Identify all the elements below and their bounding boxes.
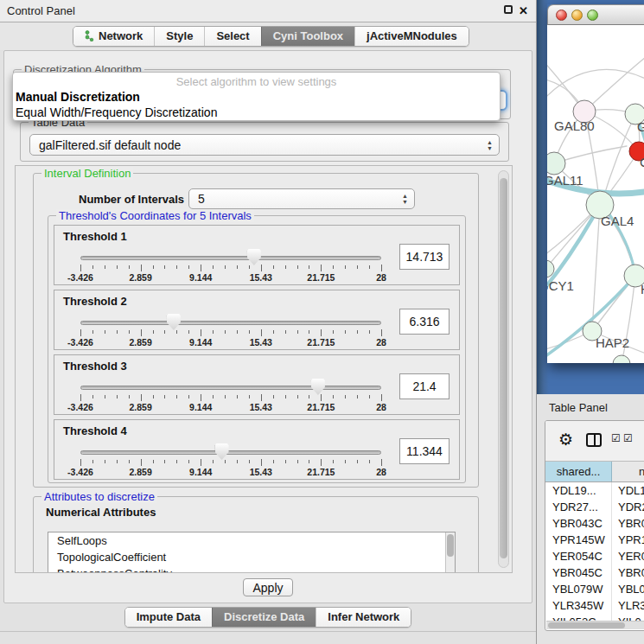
close-traffic-light-icon[interactable] — [556, 10, 567, 21]
attribute-item[interactable]: TopologicalCoefficient — [48, 549, 455, 565]
tab-infer-network[interactable]: Infer Network — [316, 608, 411, 627]
popup-option-manual-discretization[interactable]: Manual Discretization — [13, 89, 500, 105]
svg-text:GA: GA — [637, 119, 644, 134]
svg-text:C: C — [640, 155, 644, 169]
cyni-toolbox-content: Discretization Algorithm Select algorith… — [3, 50, 532, 603]
network-window-titlebar[interactable] — [547, 4, 644, 25]
tick-label: 9.144 — [189, 337, 212, 348]
zoom-traffic-light-icon[interactable] — [587, 10, 598, 21]
svg-text:GAL4: GAL4 — [601, 214, 634, 228]
settings-scroll-pane: Interval Definition Number of Intervals … — [15, 165, 513, 573]
tick-label: 21.715 — [307, 272, 335, 283]
cell-shared-name[interactable]: YBR045C — [545, 564, 612, 581]
column-header-shared-name[interactable]: shared... — [545, 462, 612, 481]
cell-name[interactable]: YDR2 — [612, 499, 644, 515]
table-row[interactable]: YBL079WYBL0 — [545, 581, 644, 597]
tick-label: 28 — [376, 272, 386, 283]
slider-track[interactable] — [80, 450, 381, 455]
tick-label: 15.43 — [250, 272, 272, 283]
network-graph[interactable]: GAL80GACGAL11GAL4GCY1HHAP2 — [547, 25, 644, 363]
cell-shared-name[interactable]: YDR27... — [545, 499, 612, 515]
apply-button[interactable]: Apply — [243, 578, 293, 596]
pane-vertical-scrollbar[interactable] — [498, 170, 509, 568]
table-row[interactable]: YBR045CYBR0 — [545, 564, 644, 581]
threshold-2-value-field[interactable]: 6.316 — [399, 309, 450, 335]
gear-icon[interactable]: ⚙ — [558, 430, 573, 450]
tick-label: -3.426 — [67, 467, 93, 477]
cell-name[interactable]: YBR0 — [612, 564, 644, 581]
close-icon[interactable]: ✕ — [519, 5, 528, 16]
slider-tick-labels: -3.4262.8599.14415.4321.71528 — [80, 467, 381, 477]
control-panel-titlebar: Control Panel ✕ — [0, 0, 536, 22]
tab-cyni-toolbox-label: Cyni Toolbox — [273, 29, 343, 42]
threshold-4-slider[interactable]: -3.4262.8599.14415.4321.71528 — [80, 441, 381, 477]
cell-name[interactable]: YLR3 — [612, 597, 644, 614]
cell-name[interactable]: YDL1 — [612, 482, 644, 499]
svg-text:H: H — [641, 282, 644, 296]
select-all-checkbox-icon[interactable]: ☑ — [611, 432, 621, 444]
threshold-1-slider[interactable]: -3.4262.8599.14415.4321.71528 — [80, 246, 381, 283]
table-row[interactable]: YDR27...YDR2 — [545, 499, 644, 515]
cell-shared-name[interactable]: YDL19... — [545, 482, 612, 499]
cell-shared-name[interactable]: YBL079W — [545, 581, 612, 597]
table-panel: Table Panel ⚙ ☑ ☑ shared... n YDL19...YD… — [537, 394, 644, 644]
table-row[interactable]: YLR345WYLR3 — [545, 597, 644, 614]
float-window-icon[interactable] — [504, 5, 513, 14]
tick-label: 15.43 — [250, 402, 272, 412]
slider-track[interactable] — [80, 321, 381, 325]
column-header-name[interactable]: n — [612, 462, 644, 481]
cell-name[interactable]: YER0 — [612, 548, 644, 564]
node-table: ⚙ ☑ ☑ shared... n YDL19...YDL1YDR27...YD… — [545, 420, 644, 631]
tab-cyni-toolbox[interactable]: Cyni Toolbox — [261, 27, 354, 46]
columns-icon[interactable] — [586, 433, 602, 447]
top-tab-bar: Network Style Select Cyni Toolbox jActiv… — [0, 22, 536, 50]
cell-name[interactable]: YBR0 — [612, 515, 644, 532]
attribute-item[interactable]: SelfLoops — [48, 532, 455, 549]
table-row[interactable]: YPR145WYPR1 — [545, 532, 644, 548]
tab-network[interactable]: Network — [73, 27, 154, 46]
popup-option-equal-width-frequency[interactable]: Equal Width/Frequency Discretization — [13, 105, 500, 120]
threshold-4-value-field[interactable]: 11.344 — [399, 438, 450, 464]
slider-tick-labels: -3.4262.8599.14415.4321.71528 — [80, 402, 381, 412]
slider-ticks — [80, 392, 381, 401]
deselect-all-checkbox-icon[interactable]: ☑ — [623, 432, 633, 444]
slider-ticks — [80, 263, 381, 271]
cell-shared-name[interactable]: YER054C — [545, 548, 612, 564]
table-row[interactable]: YBR043CYBR0 — [545, 515, 644, 532]
tick-label: 2.859 — [129, 467, 151, 477]
cell-shared-name[interactable]: YLR345W — [545, 597, 612, 614]
network-canvas[interactable]: GAL80GACGAL11GAL4GCY1HHAP2 — [547, 25, 644, 363]
table-horizontal-scrollbar[interactable] — [546, 621, 644, 629]
threshold-2-slider[interactable]: -3.4262.8599.14415.4321.71528 — [80, 311, 381, 348]
attributes-group-label: Attributes to discretize — [41, 490, 157, 503]
threshold-3-slider[interactable]: -3.4262.8599.14415.4321.71528 — [80, 376, 381, 412]
cell-shared-name[interactable]: YBR043C — [545, 515, 612, 532]
cell-name[interactable]: YPR1 — [612, 532, 644, 548]
scrollbar-thumb[interactable] — [447, 534, 454, 557]
table-data-combobox[interactable]: galFiltered.sif default node ▲▼ — [29, 134, 500, 156]
minimize-traffic-light-icon[interactable] — [571, 10, 583, 21]
cell-shared-name[interactable]: YPR145W — [545, 532, 612, 548]
table-row[interactable]: YER054CYER0 — [545, 548, 644, 564]
tab-style[interactable]: Style — [154, 27, 204, 46]
tab-jactivemnodules[interactable]: jActiveMNodules — [354, 27, 469, 46]
numerical-attributes-list[interactable]: SelfLoopsTopologicalCoefficientBetweenne… — [48, 532, 456, 573]
tick-label: 9.144 — [189, 272, 212, 283]
tab-select[interactable]: Select — [204, 27, 260, 46]
svg-text:GCY1: GCY1 — [547, 278, 574, 293]
tab-impute-data[interactable]: Impute Data — [125, 608, 212, 627]
tab-discretize-data[interactable]: Discretize Data — [212, 608, 316, 627]
scrollbar-thumb[interactable] — [500, 178, 507, 558]
number-of-intervals-label: Number of Intervals — [79, 193, 184, 206]
number-of-intervals-combobox[interactable]: 5 ▲▼ — [188, 188, 415, 209]
threshold-1-value-field[interactable]: 14.713 — [399, 244, 450, 270]
table-row[interactable]: YDL19...YDL1 — [545, 482, 644, 499]
threshold-3-value-field[interactable]: 21.4 — [399, 373, 450, 399]
scrollbar-thumb[interactable] — [548, 622, 625, 628]
attributes-list-scrollbar[interactable] — [445, 532, 455, 573]
cell-name[interactable]: YBL0 — [612, 581, 644, 597]
slider-track[interactable] — [80, 386, 381, 390]
slider-track[interactable] — [80, 256, 381, 260]
attribute-item[interactable]: BetweennessCentrality — [48, 565, 455, 573]
threshold-2-panel: Threshold 2 -3.4262.8599.14415.4321.7152… — [54, 290, 460, 350]
